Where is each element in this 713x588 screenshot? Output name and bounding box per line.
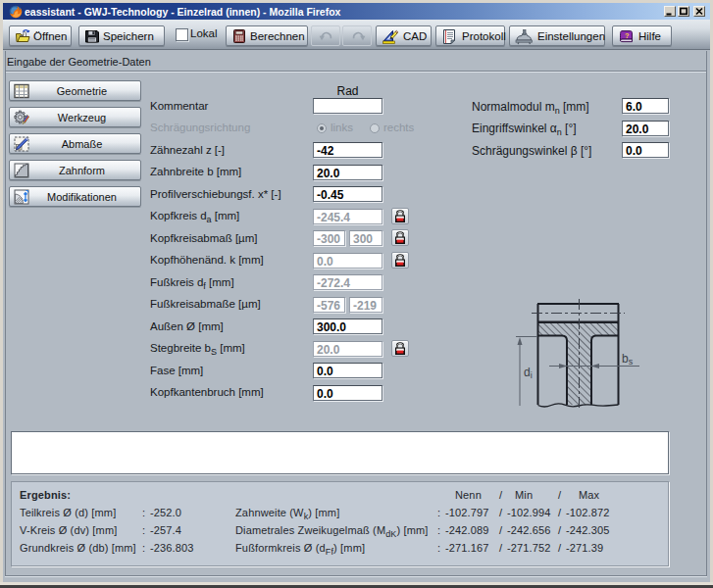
svg-text:di: di [524,366,533,380]
svg-text:bs: bs [622,352,634,367]
